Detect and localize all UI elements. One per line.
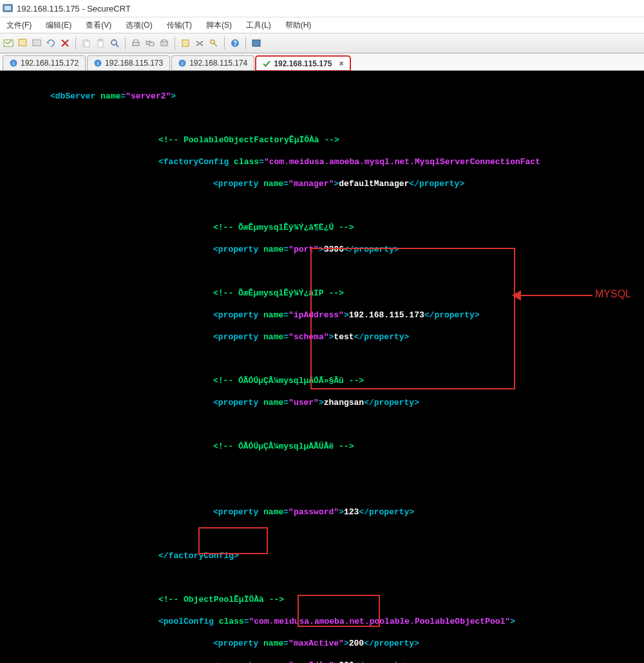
check-icon [263,60,270,68]
blank-line [0,113,644,124]
svg-rect-9 [99,39,102,41]
svg-text:i: i [13,61,14,66]
svg-rect-1 [5,6,11,10]
menu-tools[interactable]: 工具(L) [243,19,274,32]
menu-transfer[interactable]: 传输(T) [164,19,194,32]
tab-session-1[interactable]: i 192.168.115.173 [87,55,170,70]
toolbar-terminal-icon[interactable] [251,37,262,49]
annotation-arrow-line [515,295,592,296]
toolbar-printscreen-icon[interactable] [158,37,170,49]
tab-session-3-active[interactable]: 192.168.115.175 × [256,56,350,71]
tab-session-2[interactable]: i 192.168.115.174 [171,55,254,70]
securecrt-app-icon [3,3,13,14]
menu-help[interactable]: 帮助(H) [283,19,314,32]
blank-line [0,463,644,474]
svg-line-21 [214,43,217,46]
info-icon: i [94,59,102,67]
toolbar-key-icon[interactable] [208,37,220,49]
xml-line: <property name="schema">test</property> [209,332,644,342]
svg-text:i: i [182,61,183,66]
toolbar-reconnect-icon[interactable] [45,37,57,49]
tab-label: 192.168.115.172 [21,59,79,68]
toolbar-separator [75,37,76,50]
blank-line [0,572,644,583]
xml-line: <property name="user">zhangsan</property… [209,397,644,408]
xml-comment: <!-- PoolableObjectFactoryÊµÏÖÀà --> [155,135,644,145]
blank-line [0,200,644,211]
xml-line: <property name="port">3306</property> [209,244,644,255]
window-title: 192.168.115.175 - SecureCRT [17,4,131,14]
toolbar-connect-icon[interactable] [31,37,43,49]
blank-line [0,266,644,277]
toolbar-printers-icon[interactable] [144,37,156,49]
svg-rect-24 [252,40,260,46]
toolbar: ? [0,33,644,53]
svg-point-10 [111,40,117,45]
toolbar-quick-connect-icon[interactable] [3,37,14,49]
svg-rect-15 [149,42,154,46]
svg-line-11 [116,44,118,47]
xml-line: </factoryConfig> [155,550,644,561]
tab-session-0[interactable]: i 192.168.115.172 [3,55,86,70]
toolbar-session-icon[interactable] [17,37,28,49]
tab-label: 192.168.115.173 [105,59,163,68]
toolbar-find-icon[interactable] [109,37,120,49]
xml-line: <factoryConfig class="com.meidusa.amoeba… [155,156,644,167]
menu-edit[interactable]: 编辑(E) [43,19,74,32]
tab-label: 192.168.115.174 [189,59,247,68]
close-icon[interactable]: × [339,59,343,68]
xml-comment: <!-- ÓÃÓÚµÇÂ¼mysqlµÄÃÜÂë --> [209,441,644,452]
xml-line: <poolConfig class="com.meidusa.amoeba.ne… [155,616,644,627]
svg-rect-13 [134,40,138,42]
info-icon: i [178,59,186,67]
blank-line [0,419,644,430]
annotation-arrow-head-icon [512,290,521,301]
toolbar-separator [175,37,175,50]
xml-line: <property name="password">123</property> [209,507,644,518]
menu-script[interactable]: 脚本(S) [204,19,234,32]
xml-line: <dbServer name="server2"> [46,91,644,102]
toolbar-options-icon[interactable] [180,37,191,49]
blank-line [0,485,644,496]
xml-comment: <!-- ObjectPoolÊµÏÖÀà --> [155,594,644,605]
menu-options[interactable]: 选项(O) [123,19,155,32]
menu-file[interactable]: 文件(F) [4,19,34,32]
xml-comment: <!-- ÕæÊµmysqlÊý¾Ý¿â¶Ë¿Ú --> [209,222,644,233]
xml-line: <property name="maxActive">200</property… [209,638,644,649]
xml-line: <property name="manager">defaultManager<… [209,178,644,189]
svg-rect-7 [84,41,90,47]
toolbar-separator [125,37,126,50]
xml-line: <property name="ipAddress">192.168.115.1… [209,310,644,321]
svg-rect-5 [34,41,39,44]
tab-label: 192.168.115.175 [274,59,332,68]
menu-view[interactable]: 查看(V) [83,19,114,32]
window-titlebar: 192.168.115.175 - SecureCRT [0,0,644,17]
svg-rect-18 [182,40,189,46]
toolbar-separator [224,37,225,50]
svg-rect-17 [162,40,166,42]
svg-text:?: ? [233,40,237,47]
toolbar-paste-icon[interactable] [95,37,106,49]
toolbar-disconnect-icon[interactable] [59,37,71,49]
xml-comment: <!-- ÓÃÓÚµÇÂ¼mysqlµÄÓÃ»§Ãû --> [209,375,644,386]
session-tabbar: i 192.168.115.172 i 192.168.115.173 i 19… [0,53,644,71]
annotation-label-mysql: MYSQL [595,288,631,300]
blank-line [0,528,644,539]
menubar: 文件(F) 编辑(E) 查看(V) 选项(O) 传输(T) 脚本(S) 工具(L… [0,17,644,33]
terminal-pane[interactable]: <dbServer name="server2"> <!-- PoolableO… [0,71,644,663]
blank-line [0,353,644,364]
xml-comment: <!-- ÕæÊµmysqlÊý¾Ý¿âIP --> [209,288,644,299]
toolbar-separator [245,37,246,50]
svg-point-19 [198,42,201,45]
xml-line: <property name="maxIdle">200</property> [209,660,644,663]
toolbar-print-icon[interactable] [130,37,142,49]
toolbar-copy-icon[interactable] [80,37,92,49]
toolbar-help-icon[interactable]: ? [229,37,241,49]
svg-text:i: i [97,61,99,66]
toolbar-settings-icon[interactable] [194,37,205,49]
svg-rect-3 [19,39,26,46]
info-icon: i [10,59,17,67]
